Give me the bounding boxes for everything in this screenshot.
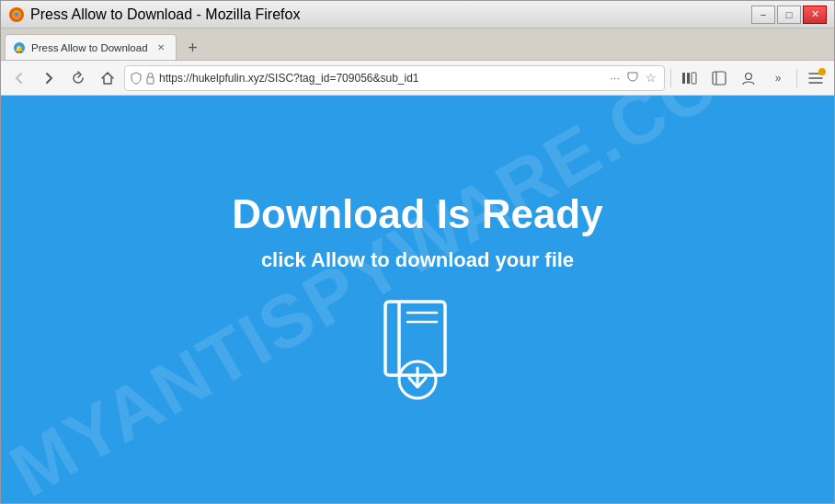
- menu-button[interactable]: [803, 65, 829, 91]
- nav-separator-2: [796, 69, 797, 87]
- menu-badge: [818, 68, 826, 75]
- reload-button[interactable]: [65, 65, 91, 91]
- firefox-logo-icon: [8, 6, 25, 23]
- browser-window: Press Allow to Download - Mozilla Firefo…: [0, 0, 835, 504]
- library-icon: [681, 71, 698, 86]
- svg-point-2: [15, 12, 19, 17]
- pocket-icon[interactable]: [624, 68, 641, 87]
- minimize-button[interactable]: −: [751, 6, 775, 24]
- nav-bar: https://hukelpfulin.xyz/SISC?tag_id=7090…: [1, 61, 834, 96]
- title-bar: Press Allow to Download - Mozilla Firefo…: [1, 1, 834, 29]
- svg-rect-7: [687, 73, 690, 84]
- tab-close-button[interactable]: ✕: [154, 40, 168, 55]
- home-button[interactable]: [95, 65, 120, 91]
- more-button[interactable]: ···: [608, 69, 622, 86]
- address-bar[interactable]: https://hukelpfulin.xyz/SISC?tag_id=7090…: [124, 65, 665, 91]
- extensions-icon: »: [772, 72, 784, 85]
- active-tab[interactable]: 🔔 Press Allow to Download ✕: [5, 34, 177, 60]
- svg-rect-9: [713, 72, 726, 85]
- lock-icon: [145, 72, 155, 85]
- back-icon: [13, 72, 26, 85]
- home-icon: [100, 71, 115, 86]
- new-tab-button[interactable]: +: [180, 36, 206, 60]
- url-text: https://hukelpfulin.xyz/SISC?tag_id=7090…: [159, 72, 604, 85]
- account-button[interactable]: [736, 65, 761, 91]
- book-download-icon: [367, 292, 468, 403]
- title-bar-title: Press Allow to Download - Mozilla Firefo…: [30, 6, 300, 23]
- close-button[interactable]: ✕: [803, 6, 827, 24]
- svg-rect-6: [682, 73, 685, 84]
- download-icon-wrap: [367, 292, 468, 407]
- sidebar-icon: [712, 71, 726, 86]
- svg-rect-8: [692, 73, 696, 84]
- forward-button[interactable]: [36, 65, 62, 91]
- nav-separator: [670, 69, 671, 87]
- shield-icon: [131, 72, 142, 85]
- svg-text:»: »: [775, 72, 782, 85]
- download-subheading: click Allow to download your file: [261, 248, 574, 272]
- page-main-content: Download Is Ready click Allow to downloa…: [232, 192, 602, 406]
- svg-rect-5: [147, 77, 154, 84]
- reload-icon: [71, 71, 86, 86]
- title-bar-left: Press Allow to Download - Mozilla Firefo…: [8, 6, 300, 23]
- bookmark-star-button[interactable]: ☆: [644, 69, 658, 86]
- page-content-area: MYANTISPYWARE.COM Download Is Ready clic…: [1, 96, 834, 503]
- svg-point-11: [746, 73, 752, 79]
- tab-label: Press Allow to Download: [31, 42, 148, 53]
- tab-favicon-icon: 🔔: [13, 41, 26, 54]
- address-actions: ··· ☆: [608, 68, 658, 87]
- download-ready-heading: Download Is Ready: [232, 192, 602, 236]
- restore-button[interactable]: □: [777, 6, 801, 24]
- account-icon: [741, 71, 756, 86]
- tab-bar: 🔔 Press Allow to Download ✕ +: [1, 29, 834, 61]
- forward-icon: [42, 72, 55, 85]
- back-button[interactable]: [6, 65, 32, 91]
- library-button[interactable]: [677, 65, 703, 91]
- title-bar-controls: − □ ✕: [751, 6, 827, 24]
- svg-text:🔔: 🔔: [15, 43, 24, 52]
- extensions-button[interactable]: »: [765, 65, 791, 91]
- sidebar-button[interactable]: [706, 65, 732, 91]
